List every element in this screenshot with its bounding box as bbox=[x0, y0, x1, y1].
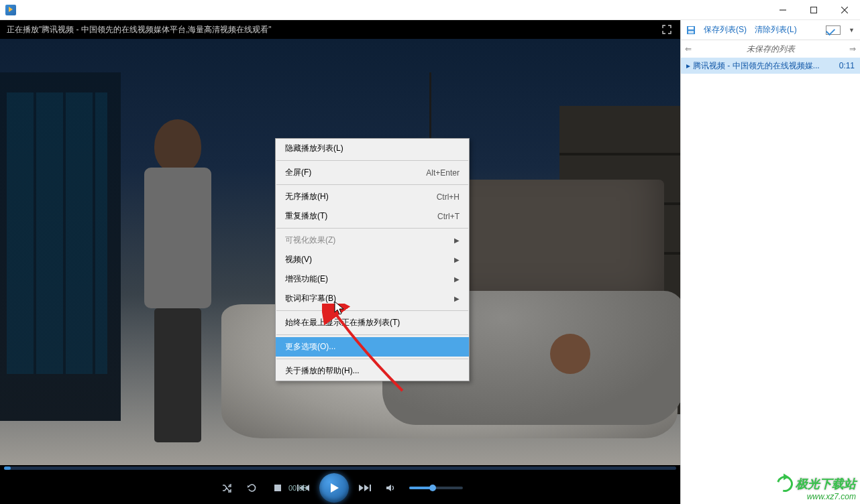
menu-separator bbox=[276, 310, 468, 311]
menu-fullscreen[interactable]: 全屏(F) Alt+Enter bbox=[276, 163, 469, 182]
stop-button[interactable] bbox=[268, 479, 287, 497]
menu-lyrics-subtitles[interactable]: 歌词和字幕(B) ▶ bbox=[276, 289, 469, 308]
menu-separator bbox=[276, 184, 468, 185]
scene-person-standing-1 bbox=[134, 119, 221, 441]
svg-rect-3 bbox=[370, 485, 371, 491]
menu-separator bbox=[276, 334, 468, 335]
play-pause-button[interactable] bbox=[319, 473, 349, 503]
volume-slider[interactable] bbox=[409, 487, 463, 489]
menu-label: 关于播放的帮助(H)... bbox=[285, 365, 360, 377]
menu-shortcut: Ctrl+H bbox=[437, 192, 460, 202]
close-button[interactable] bbox=[829, 0, 860, 20]
repeat-button[interactable] bbox=[243, 479, 262, 497]
menu-shuffle[interactable]: 无序播放(H) Ctrl+H bbox=[276, 187, 469, 206]
dropdown-icon[interactable]: ▼ bbox=[849, 27, 855, 34]
nav-next-button[interactable]: ⇒ bbox=[849, 44, 856, 54]
now-playing-bar: 正在播放 "腾讯视频 - 中国领先的在线视频媒体平台,海量高清视频在线观看" bbox=[0, 20, 680, 39]
progress-bar[interactable] bbox=[0, 465, 680, 472]
playlist-nav: ⇐ 未保存的列表 ⇒ bbox=[681, 40, 860, 58]
svg-rect-6 bbox=[688, 31, 694, 34]
menu-label: 重复播放(T) bbox=[285, 210, 327, 222]
playlist-title: 未保存的列表 bbox=[692, 44, 849, 55]
context-menu: 隐藏播放列表(L) 全屏(F) Alt+Enter 无序播放(H) Ctrl+H… bbox=[275, 138, 470, 381]
now-playing-prefix: 正在播放 bbox=[7, 24, 39, 36]
minimize-button[interactable] bbox=[767, 0, 798, 20]
playlist-item-name: 腾讯视频 - 中国领先的在线视频媒... bbox=[693, 60, 835, 72]
nav-prev-button[interactable]: ⇐ bbox=[685, 44, 692, 54]
chevron-right-icon: ▶ bbox=[454, 295, 460, 302]
chevron-right-icon: ▶ bbox=[454, 256, 460, 263]
menu-repeat[interactable]: 重复播放(T) Ctrl+T bbox=[276, 206, 469, 226]
svg-rect-5 bbox=[688, 27, 694, 29]
chevron-right-icon: ▶ bbox=[454, 237, 460, 244]
next-button[interactable] bbox=[356, 479, 374, 497]
shuffle-button[interactable] bbox=[217, 479, 236, 497]
menu-label: 全屏(F) bbox=[285, 167, 311, 178]
menu-shortcut: Alt+Enter bbox=[426, 168, 460, 178]
volume-thumb[interactable] bbox=[429, 485, 436, 491]
menu-label: 隐藏播放列表(L) bbox=[285, 143, 343, 154]
progress-fill bbox=[4, 466, 11, 470]
window-controls bbox=[767, 0, 860, 20]
now-playing-title: "腾讯视频 - 中国领先的在线视频媒体平台,海量高清视频在线观看" bbox=[39, 24, 272, 36]
menu-more-options[interactable]: 更多选项(O)... bbox=[276, 337, 469, 357]
menu-visualizations[interactable]: 可视化效果(Z) ▶ bbox=[276, 231, 469, 250]
svg-rect-0 bbox=[811, 7, 817, 13]
menu-separator bbox=[276, 160, 468, 161]
menu-hide-playlist[interactable]: 隐藏播放列表(L) bbox=[276, 139, 469, 158]
playlist-toggle-button[interactable] bbox=[826, 25, 841, 35]
playlist-item-duration: 0:11 bbox=[839, 61, 855, 70]
menu-separator bbox=[276, 228, 468, 229]
menu-always-on-top[interactable]: 始终在最上显示正在播放列表(T) bbox=[276, 313, 469, 332]
menu-label: 始终在最上显示正在播放列表(T) bbox=[285, 317, 400, 328]
playlist-pane: 保存列表(S) 清除列表(L) ▼ ⇐ 未保存的列表 ⇒ ▸ 腾讯视频 - 中国… bbox=[680, 20, 860, 504]
save-icon bbox=[686, 25, 696, 35]
menu-about-playback-help[interactable]: 关于播放的帮助(H)... bbox=[276, 361, 469, 381]
playlist-toolbar: 保存列表(S) 清除列表(L) ▼ bbox=[681, 20, 860, 40]
menu-video[interactable]: 视频(V) ▶ bbox=[276, 250, 469, 269]
chevron-right-icon: ▶ bbox=[454, 275, 460, 283]
scene-child bbox=[550, 334, 590, 374]
scene-window bbox=[7, 92, 107, 374]
menu-enhancements[interactable]: 增强功能(E) ▶ bbox=[276, 269, 469, 289]
svg-rect-1 bbox=[274, 485, 281, 491]
menu-label: 可视化效果(Z) bbox=[285, 235, 335, 246]
playback-controls: 00:08 bbox=[0, 472, 680, 504]
app-icon bbox=[5, 5, 16, 15]
titlebar bbox=[0, 0, 860, 20]
player-pane: 正在播放 "腾讯视频 - 中国领先的在线视频媒体平台,海量高清视频在线观看" bbox=[0, 20, 680, 504]
video-area[interactable]: 隐藏播放列表(L) 全屏(F) Alt+Enter 无序播放(H) Ctrl+H… bbox=[0, 39, 680, 465]
expand-playlist-button[interactable] bbox=[660, 23, 674, 36]
content: 正在播放 "腾讯视频 - 中国领先的在线视频媒体平台,海量高清视频在线观看" bbox=[0, 20, 860, 504]
save-list-link[interactable]: 保存列表(S) bbox=[704, 24, 747, 36]
maximize-button[interactable] bbox=[798, 0, 829, 20]
clear-list-link[interactable]: 清除列表(L) bbox=[755, 24, 797, 36]
current-time-label: 00:08 bbox=[288, 484, 307, 492]
menu-shortcut: Ctrl+T bbox=[437, 212, 460, 221]
playing-marker-icon: ▸ bbox=[686, 61, 693, 70]
playlist-item[interactable]: ▸ 腾讯视频 - 中国领先的在线视频媒... 0:11 bbox=[681, 58, 860, 74]
menu-label: 视频(V) bbox=[285, 254, 312, 265]
volume-fill bbox=[409, 487, 431, 489]
menu-label: 增强功能(E) bbox=[285, 273, 328, 285]
menu-separator bbox=[276, 359, 468, 359]
menu-label: 更多选项(O)... bbox=[285, 341, 335, 353]
menu-label: 无序播放(H) bbox=[285, 191, 329, 202]
menu-label: 歌词和字幕(B) bbox=[285, 293, 336, 304]
mute-button[interactable] bbox=[381, 479, 400, 497]
